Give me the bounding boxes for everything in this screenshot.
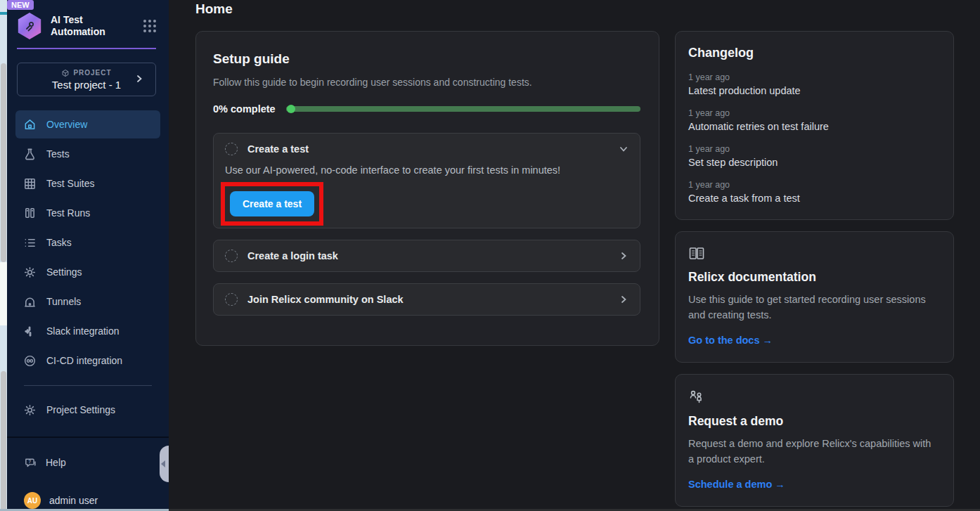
columns-icon (22, 207, 37, 220)
step-header[interactable]: Create a test (214, 134, 640, 164)
sidebar-item-tests[interactable]: Tests (15, 140, 160, 168)
table-icon (22, 177, 37, 190)
slack-icon (22, 325, 37, 338)
checklist-icon (22, 236, 37, 250)
user-menu[interactable]: AU admin user (7, 490, 169, 511)
request-demo-title: Request a demo (688, 414, 938, 429)
main-content: Home Setup guide Follow this guide to be… (169, 0, 980, 511)
sidebar-item-label: Project Settings (46, 404, 115, 415)
user-name: admin user (49, 495, 98, 506)
step-title: Create a login task (247, 250, 338, 261)
tunnel-icon (22, 295, 37, 309)
gear-icon (22, 266, 37, 279)
changelog-entry-title: Create a task from a test (688, 193, 938, 204)
chevron-right-icon[interactable] (619, 295, 628, 304)
documentation-card: Relicx documentation Use this guide to g… (675, 231, 954, 363)
gear-icon (22, 403, 37, 417)
help-button[interactable]: ? Help (7, 452, 169, 473)
sidebar-item-label: Slack integration (46, 325, 120, 337)
setup-guide-card: Setup guide Follow this guide to begin r… (195, 31, 659, 346)
incomplete-step-icon (225, 143, 238, 155)
create-a-test-button[interactable]: Create a test (230, 191, 314, 216)
setup-progress: 0% complete (213, 103, 640, 115)
book-icon (688, 246, 938, 261)
sidebar-item-label: CI-CD integration (46, 355, 122, 366)
changelog-entry-title: Latest production update (688, 85, 938, 96)
sidebar-item-test-suites[interactable]: Test Suites (15, 169, 160, 198)
background-window-sliver (0, 0, 7, 511)
click-highlight-annotation: Create a test (221, 182, 323, 226)
schedule-demo-link[interactable]: Schedule a demo → (688, 479, 785, 490)
go-to-docs-link[interactable]: Go to the docs → (688, 335, 773, 346)
help-icon: ? (24, 456, 37, 470)
changelog-card: Changelog 1 year ago Latest production u… (675, 31, 954, 220)
background-light-segment (0, 262, 7, 325)
home-icon (22, 118, 37, 131)
page-title: Home (195, 1, 954, 17)
sidebar-divider (24, 385, 152, 386)
sidebar-item-label: Overview (46, 119, 87, 130)
step-title: Create a test (247, 143, 309, 155)
project-label: PROJECT (73, 69, 111, 77)
step-join-slack-community: Join Relicx community on Slack (213, 283, 640, 316)
sidebar-item-slack-integration[interactable]: Slack integration (15, 317, 160, 345)
changelog-time: 1 year ago (688, 108, 938, 118)
background-scrollbar-thumb (1, 63, 6, 262)
avatar: AU (24, 492, 41, 509)
sidebar-item-test-runs[interactable]: Test Runs (15, 199, 160, 227)
step-create-a-test: Create a test Use our AI-powered, no-cod… (213, 133, 640, 228)
changelog-entry: 1 year ago Set step description (688, 144, 938, 168)
changelog-entry-title: Automatic retries on test failure (688, 121, 938, 132)
incomplete-step-icon (225, 250, 238, 262)
svg-text:?: ? (28, 459, 31, 464)
people-icon (688, 389, 938, 406)
request-demo-card: Request a demo Request a demo and explor… (675, 374, 954, 507)
sidebar-item-label: Tests (46, 148, 70, 160)
sidebar-item-overview[interactable]: Overview (15, 110, 160, 138)
sidebar-nav: Overview Tests Test Suites (7, 110, 169, 424)
help-label: Help (46, 457, 66, 468)
incomplete-step-icon (225, 293, 238, 306)
sidebar-item-cicd-integration[interactable]: CI-CD integration (15, 347, 160, 375)
progress-label: 0% complete (213, 103, 276, 115)
project-selector[interactable]: PROJECT Test project - 1 (17, 63, 156, 96)
changelog-time: 1 year ago (688, 144, 938, 154)
flask-icon (22, 148, 37, 161)
background-scrollbar-thumb (1, 371, 6, 511)
sidebar-item-settings[interactable]: Settings (15, 258, 160, 286)
step-header[interactable]: Create a login task (214, 240, 640, 271)
new-badge: NEW (7, 0, 34, 10)
step-create-a-login-task: Create a login task (213, 240, 640, 272)
app-title: AI Test Automation (51, 14, 115, 39)
apps-grid-icon[interactable] (143, 20, 156, 32)
documentation-title: Relicx documentation (688, 270, 938, 285)
sidebar-item-label: Test Suites (46, 178, 94, 189)
changelog-entry-title: Set step description (688, 157, 938, 168)
setup-guide-subtitle: Follow this guide to begin recording use… (213, 77, 640, 88)
step-title: Join Relicx community on Slack (247, 294, 404, 305)
request-demo-description: Request a demo and explore Relicx's capa… (688, 436, 938, 467)
step-header[interactable]: Join Relicx community on Slack (214, 284, 640, 315)
cube-icon (61, 69, 70, 77)
sidebar-item-project-settings[interactable]: Project Settings (15, 396, 160, 424)
sidebar-item-label: Test Runs (46, 207, 90, 219)
chevron-down-icon[interactable] (619, 144, 628, 154)
sidebar-footer: ? Help AU admin user (7, 436, 169, 509)
sidebar-collapse-handle[interactable] (160, 446, 169, 482)
setup-steps: Create a test Use our AI-powered, no-cod… (213, 133, 640, 316)
changelog-time: 1 year ago (688, 72, 938, 82)
sidebar-item-tunnels[interactable]: Tunnels (15, 287, 160, 316)
sidebar-item-label: Tunnels (46, 296, 81, 307)
chevron-right-icon (134, 74, 144, 84)
app-logo (17, 13, 42, 39)
progress-bar (286, 106, 640, 112)
chevron-right-icon[interactable] (619, 251, 628, 261)
cicd-icon (22, 354, 37, 368)
setup-guide-title: Setup guide (213, 51, 640, 67)
changelog-time: 1 year ago (688, 180, 938, 190)
changelog-entry: 1 year ago Latest production update (688, 72, 938, 96)
right-column: Changelog 1 year ago Latest production u… (675, 31, 954, 507)
sidebar-item-label: Tasks (46, 237, 72, 248)
sidebar-item-label: Settings (46, 266, 82, 278)
sidebar-item-tasks[interactable]: Tasks (15, 228, 160, 257)
